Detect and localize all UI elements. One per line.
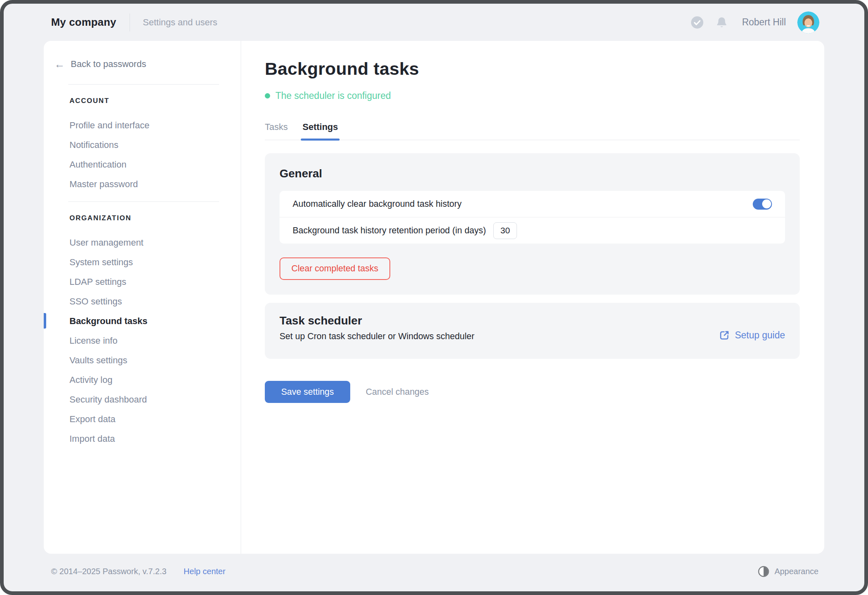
sidebar-item-import-data[interactable]: Import data	[44, 429, 241, 449]
topbar: My company Settings and users Robert Hil…	[4, 4, 864, 41]
sidebar-item-ldap-settings[interactable]: LDAP settings	[44, 272, 241, 292]
clear-completed-tasks-button[interactable]: Clear completed tasks	[280, 257, 390, 280]
general-section: General Automatically clear background t…	[265, 153, 800, 295]
sidebar-item-system-settings[interactable]: System settings	[44, 253, 241, 272]
status-dot-icon	[265, 93, 270, 98]
footer: © 2014–2025 Passwork, v.7.2.3 Help cente…	[4, 554, 864, 591]
back-label: Back to passwords	[71, 59, 146, 69]
cancel-changes-button[interactable]: Cancel changes	[366, 387, 429, 397]
sidebar-item-activity-log[interactable]: Activity log	[44, 370, 241, 390]
tab-settings[interactable]: Settings	[302, 122, 338, 140]
main-content: Background tasks The scheduler is config…	[241, 41, 824, 554]
task-scheduler-text: Task scheduler Set up Cron task schedule…	[280, 314, 474, 342]
tab-tasks[interactable]: Tasks	[265, 122, 288, 140]
back-to-passwords-link[interactable]: ← Back to passwords	[54, 59, 241, 69]
auto-clear-toggle[interactable]	[753, 199, 772, 210]
content-panel: ← Back to passwords ACCOUNT Profile and …	[44, 41, 824, 554]
bell-icon[interactable]	[715, 16, 728, 29]
sidebar-organization-items: User management System settings LDAP set…	[44, 233, 241, 449]
setup-guide-link[interactable]: Setup guide	[719, 330, 785, 341]
page-title: Background tasks	[265, 59, 800, 79]
sidebar-item-vaults-settings[interactable]: Vaults settings	[44, 351, 241, 370]
tab-bar: Tasks Settings	[265, 122, 800, 140]
topbar-right: Robert Hill	[691, 11, 819, 34]
sidebar-item-security-dashboard[interactable]: Security dashboard	[44, 390, 241, 409]
user-name[interactable]: Robert Hill	[742, 17, 786, 28]
sidebar-item-master-password[interactable]: Master password	[44, 174, 241, 194]
sidebar-account-items: Profile and interface Notifications Auth…	[44, 116, 241, 194]
setup-guide-label: Setup guide	[735, 330, 785, 341]
retention-period-label: Background task history retention period…	[293, 226, 486, 236]
check-circle-icon[interactable]	[691, 16, 704, 29]
toggle-knob	[762, 199, 771, 208]
sidebar-item-export-data[interactable]: Export data	[44, 409, 241, 429]
general-settings-box: Automatically clear background task hist…	[280, 191, 785, 244]
general-heading: General	[280, 167, 785, 180]
company-name: My company	[51, 16, 116, 29]
task-scheduler-section: Task scheduler Set up Cron task schedule…	[265, 303, 800, 359]
appearance-control[interactable]: Appearance	[758, 566, 819, 577]
retention-period-row: Background task history retention period…	[280, 217, 785, 244]
settings-sidebar: ← Back to passwords ACCOUNT Profile and …	[44, 41, 241, 554]
auto-clear-label: Automatically clear background task hist…	[293, 199, 461, 209]
footer-left: © 2014–2025 Passwork, v.7.2.3 Help cente…	[51, 567, 226, 576]
sidebar-item-authentication[interactable]: Authentication	[44, 155, 241, 174]
help-center-link[interactable]: Help center	[183, 567, 225, 576]
status-text: The scheduler is configured	[275, 90, 391, 101]
sidebar-section-organization: ORGANIZATION	[69, 214, 241, 222]
sidebar-divider	[68, 84, 219, 85]
save-settings-button[interactable]: Save settings	[265, 381, 350, 403]
sidebar-item-license-info[interactable]: License info	[44, 331, 241, 351]
sidebar-item-sso-settings[interactable]: SSO settings	[44, 292, 241, 311]
sidebar-item-background-tasks[interactable]: Background tasks	[44, 311, 241, 331]
copyright-text: © 2014–2025 Passwork, v.7.2.3	[51, 567, 166, 576]
appearance-icon	[758, 566, 769, 577]
task-scheduler-description: Set up Cron task scheduler or Windows sc…	[280, 331, 474, 342]
task-scheduler-heading: Task scheduler	[280, 314, 474, 327]
form-actions: Save settings Cancel changes	[265, 381, 800, 403]
app-window: My company Settings and users Robert Hil…	[0, 0, 868, 595]
sidebar-item-notifications[interactable]: Notifications	[44, 135, 241, 155]
topbar-divider	[130, 13, 130, 31]
avatar[interactable]	[797, 11, 819, 34]
topbar-section-label: Settings and users	[143, 17, 217, 28]
appearance-label: Appearance	[774, 567, 819, 576]
external-link-icon	[719, 330, 730, 341]
sidebar-divider	[68, 201, 219, 202]
sidebar-section-account: ACCOUNT	[69, 97, 241, 105]
retention-period-input[interactable]	[493, 222, 517, 239]
scheduler-status: The scheduler is configured	[265, 90, 800, 101]
sidebar-item-user-management[interactable]: User management	[44, 233, 241, 253]
sidebar-item-profile-and-interface[interactable]: Profile and interface	[44, 116, 241, 135]
auto-clear-row: Automatically clear background task hist…	[280, 191, 785, 217]
back-arrow-icon: ←	[54, 59, 65, 69]
